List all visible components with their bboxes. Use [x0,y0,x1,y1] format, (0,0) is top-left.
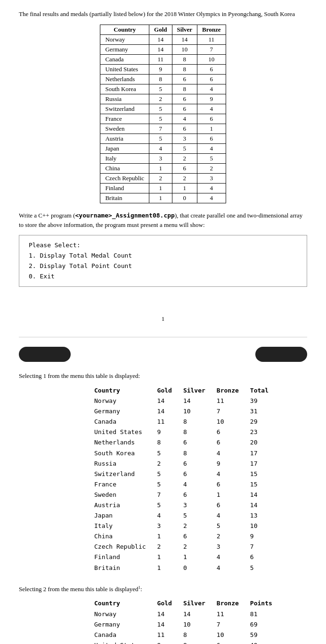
table-cell: Britain [94,563,157,573]
next-button[interactable] [255,347,307,362]
selecting2-intro: Selecting 2 from the menu this table is … [19,585,307,594]
table-cell: 69 [250,619,284,630]
table-cell: 3 [172,134,197,143]
selecting2-suffix: : [140,585,142,593]
table-cell: Norway [100,34,149,44]
col-header: Gold [157,598,183,609]
table-cell: 5 [157,500,183,510]
table-cell: 5 [149,104,172,114]
table-row: Russia26917 [94,459,280,469]
table-cell: 17 [250,459,280,469]
table-cell: 8 [183,448,217,459]
table-cell: 9 [149,64,172,74]
intro-text: The final results and medals (partially … [19,9,307,19]
table-cell: Canada [94,630,157,640]
table-cell: 4 [217,552,250,562]
table-cell: 14 [157,619,183,630]
menu-line2: 1. Display Total Medal Count [29,251,297,261]
table-cell: 9 [197,94,226,104]
table1-container: CountryGoldSilverBronzeTotal Norway14141… [94,385,307,573]
table-cell: Norway [94,396,157,406]
col-header: Country [94,598,157,609]
col-silver: Silver [172,25,197,34]
table-cell: 4 [217,563,250,573]
table-cell: Netherlands [94,437,157,448]
table-cell: 1 [157,531,183,542]
table-cell: 6 [183,490,217,500]
table-row: China1629 [94,531,280,542]
table-cell: 4 [197,84,226,94]
page-divider [19,337,307,337]
table-cell: 2 [183,542,217,552]
table-cell: 8 [172,54,197,64]
table-cell: 4 [172,114,197,124]
table-cell: 59 [250,630,284,640]
table-cell: 7 [149,124,172,134]
table2: CountryGoldSilverBronzePoints Norway1414… [94,598,284,644]
table-cell: 7 [250,542,280,552]
table-cell: 3 [183,500,217,510]
table-cell: 6 [183,469,217,479]
table-cell: 14 [183,609,217,619]
col-header: Country [94,385,157,396]
table-cell: United States [100,64,149,74]
col-header: Bronze [217,598,250,609]
table-cell: Germany [94,406,157,417]
table-cell: 10 [183,406,217,417]
table-cell: 15 [250,469,280,479]
table-cell: 81 [250,609,284,619]
col-header: Silver [183,598,217,609]
prev-button[interactable] [19,347,71,362]
table-cell: Italy [100,153,149,163]
table-row: Switzerland56415 [94,469,280,479]
filename-bold: <yourname>_Assignment08.cpp [75,212,175,219]
table-cell: 7 [217,619,250,630]
table-cell: 14 [149,44,172,54]
table-cell: 11 [149,54,172,64]
table-cell: 5 [149,84,172,94]
table-cell: 4 [183,479,217,490]
table-cell: 14 [172,34,197,44]
table-cell: Austria [94,500,157,510]
table-cell: 1 [149,163,172,173]
table-cell: Switzerland [94,469,157,479]
table-cell: Japan [100,143,149,153]
table-cell: 2 [149,94,172,104]
table-cell: 1 [183,552,217,562]
table-cell: Finland [94,552,157,562]
filename-code: <yourname>_Assignment08.cpp [75,212,175,219]
table-cell: 6 [197,114,226,124]
table-cell: 0 [183,563,217,573]
table-cell: 5 [149,114,172,124]
table-cell: 6 [217,427,250,437]
table-cell: 17 [250,448,280,459]
table-cell: 10 [183,619,217,630]
menu-line3: 2. Display Total Point Count [29,261,297,271]
table-cell: 14 [157,609,183,619]
table-cell: 39 [250,396,280,406]
table-row: Britain1045 [94,563,280,573]
table-cell: 23 [250,427,280,437]
table-row: South Korea58417 [94,448,280,459]
page-number: 1 [19,315,307,323]
table-cell: 7 [217,406,250,417]
table-cell: 5 [149,134,172,143]
table-cell: 1 [149,193,172,203]
table-cell: 8 [149,74,172,84]
table-cell: 6 [217,640,250,644]
table-cell: Switzerland [100,104,149,114]
table-cell: 5 [183,510,217,521]
table-cell: Norway [94,609,157,619]
table-row: Canada1181059 [94,630,284,640]
table-cell: 1 [157,563,183,573]
table-cell: Netherlands [100,74,149,84]
table-cell: South Korea [100,84,149,94]
table-cell: Sweden [94,490,157,500]
table-cell: 5 [250,563,280,573]
table-cell: 20 [250,437,280,448]
table-cell: Austria [100,134,149,143]
table-cell: 1 [217,490,250,500]
table-cell: 6 [250,552,280,562]
table-cell: 6 [217,479,250,490]
table-cell: Canada [94,417,157,427]
